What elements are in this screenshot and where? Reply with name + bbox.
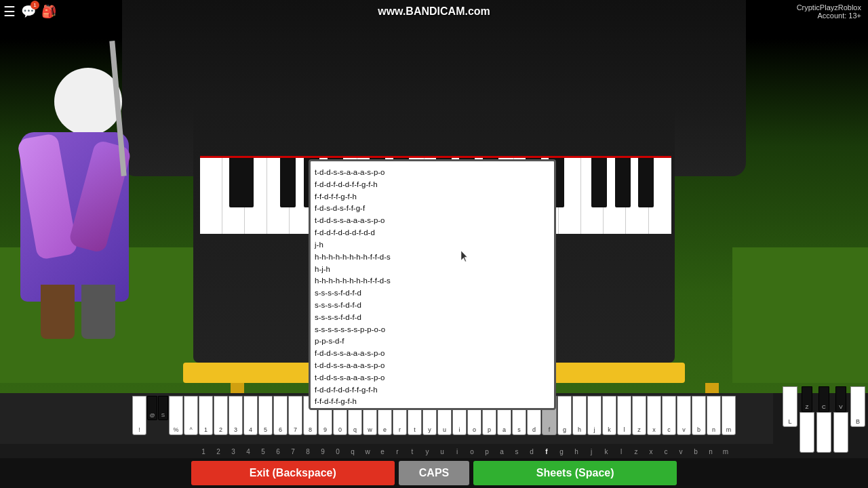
hamburger-menu-icon[interactable]: ☰ [3,3,16,20]
special-key-S[interactable]: S [158,396,168,420]
caps-button[interactable]: CAPS [399,461,469,485]
key-h[interactable]: h [572,396,587,435]
chat-button[interactable]: 💬 1 [21,4,36,19]
key-label-y: y [420,448,435,455]
chat-notification-badge: 1 [31,1,39,9]
key-label-h: h [569,448,584,455]
key-label-d: d [524,448,539,455]
bottom-buttons-bar: Exit (Backspace) CAPS Sheets (Space) [0,458,868,488]
sheet-line: t-d-d-s-s-a-a-a-s-p-o [315,360,540,372]
sheet-line: f-d-d-f-d-d-d-f-d-d [315,227,540,239]
key-label-1: 1 [196,448,211,455]
key-label-s: s [509,448,524,455]
key-label-z: z [629,448,644,455]
key-C-white[interactable] [816,412,831,453]
key-3[interactable]: 3 [229,396,243,435]
key-l[interactable]: l [617,396,631,435]
key-7[interactable]: 7 [288,396,302,435]
sheet-content[interactable]: t-d-d-s-s-a-a-a-s-p-of-d-d-f-d-d-f-f-g-f… [311,161,545,408]
sheet-line: h-h-h-h-h-h-h-h-f-f-d-s [315,275,540,287]
sheet-line: f-f-d-f-f-g-f-h [315,191,540,203]
key-m[interactable]: m [722,396,736,435]
key-label-6: 6 [271,448,285,455]
key-v[interactable]: v [677,396,691,435]
key-label-5: 5 [256,448,271,455]
key-label-g: g [554,448,569,455]
special-key-^[interactable]: ^ [184,396,198,435]
key-label-9: 9 [315,448,330,455]
key-z[interactable]: z [632,396,646,435]
sheet-line: t-d-d-s-s-a-a-a-s-p-o [315,372,540,384]
key-Z-white[interactable] [800,412,814,453]
key-c[interactable]: c [662,396,676,435]
key-label-f: f [539,448,554,455]
sheet-line: f-d-d-f-d-d-f-f-g-f-h [315,384,540,396]
key-label-x: x [644,448,658,455]
key-5[interactable]: 5 [258,396,273,435]
key-C-black[interactable]: C [818,386,829,412]
key-label-b: b [688,448,703,455]
special-key-![interactable]: ! [132,396,146,435]
key-label-4: 4 [241,448,256,455]
key-label-0: 0 [330,448,345,455]
key-label-l: l [614,448,629,455]
key-Z-black[interactable]: Z [802,386,812,412]
sheet-line: p-p-s-d-f [315,336,540,348]
bandicam-watermark: www.BANDICAM.com [378,5,490,18]
key-g[interactable]: g [557,396,572,435]
grass-right [732,247,868,383]
key-label-u: u [435,448,450,455]
sheet-line: f-d-d-f-d-d-f-f-g-f-h [315,179,540,191]
key-k[interactable]: k [602,396,616,435]
sheet-line: s-s-s-s-s-s-s-p-p-o-o [315,324,540,336]
special-key-@[interactable]: @ [147,396,157,420]
key-x[interactable]: x [647,396,661,435]
exit-button[interactable]: Exit (Backspace) [191,461,395,485]
sheet-line: j-h [315,239,540,251]
key-b[interactable]: b [692,396,706,435]
key-label-o: o [465,448,479,455]
account-name: CrypticPlayzRoblox [797,3,861,12]
key-label-t: t [405,448,420,455]
account-age: Account: 13+ [797,12,861,20]
special-key-%[interactable]: % [169,396,183,435]
sheet-line: f-d-s-d-s-f-f-g-f [315,203,540,215]
key-labels-row: 1234567890qwertyuiopasdfghjklzxcvbnm [0,444,868,459]
sheet-line: t-d-d-s-s-a-a-a-s-p-o [315,215,540,227]
key-V-black[interactable]: V [835,386,846,412]
sheet-line: f-f-d-f-f-g-f-h [315,396,540,408]
key-2[interactable]: 2 [214,396,228,435]
key-label-v: v [673,448,688,455]
key-label-i: i [450,448,465,455]
key-label-a: a [494,448,509,455]
key-label-e: e [375,448,390,455]
key-V-white[interactable] [833,412,848,453]
account-info: CrypticPlayzRoblox Account: 13+ [797,3,861,20]
watermark-www: www. [378,5,406,17]
key-B[interactable]: B [850,386,865,427]
bag-icon[interactable]: 🎒 [41,4,56,19]
key-label-k: k [599,448,614,455]
key-n[interactable]: n [707,396,721,435]
key-1[interactable]: 1 [199,396,213,435]
key-label-r: r [390,448,405,455]
key-label-3: 3 [226,448,241,455]
key-label-n: n [703,448,718,455]
top-left-icons: ☰ 💬 1 🎒 [3,3,56,20]
key-label-w: w [360,448,375,455]
key-label-m: m [718,448,733,455]
key-L[interactable]: L [783,386,797,427]
key-label-7: 7 [285,448,300,455]
watermark-brand: BANDICAM [406,5,465,17]
sheets-button[interactable]: Sheets (Space) [473,461,677,485]
key-6[interactable]: 6 [273,396,288,435]
watermark-com: .com [465,5,490,17]
key-4[interactable]: 4 [243,396,258,435]
sheet-line: f-d-d-s-s-a-a-a-s-p-o [315,348,540,360]
key-label-c: c [658,448,673,455]
key-j[interactable]: j [587,396,601,435]
key-label-2: 2 [211,448,226,455]
key-label-8: 8 [300,448,315,455]
sheet-music-popup: t-d-d-s-s-a-a-a-s-p-of-d-d-f-d-d-f-f-g-f… [309,159,556,410]
sheet-line: s-s-s-s-f-d-f-d [315,287,540,300]
